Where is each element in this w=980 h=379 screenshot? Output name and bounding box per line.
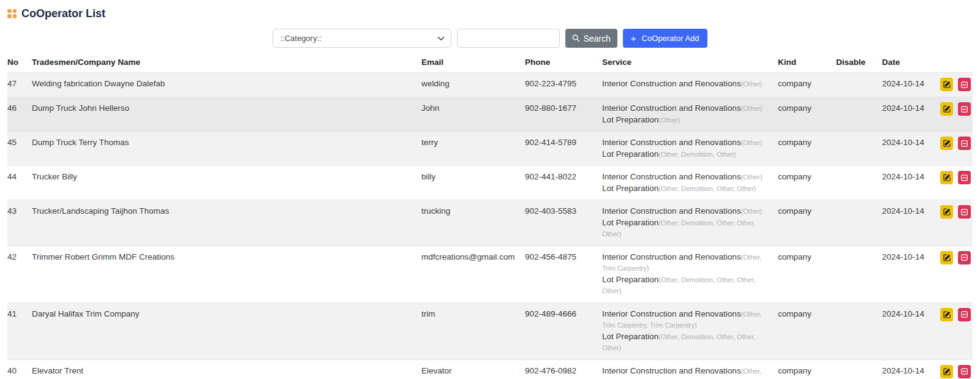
header-service: Service xyxy=(602,53,778,73)
delete-button[interactable] xyxy=(958,137,971,150)
table-row: 45 Dump Truck Terry Thomas terry 902-414… xyxy=(7,132,973,166)
edit-button[interactable] xyxy=(940,171,953,184)
edit-button[interactable] xyxy=(940,137,953,150)
date-value: 2024-10-14 xyxy=(882,97,940,132)
delete-button[interactable] xyxy=(958,251,971,265)
table-body: 47 Welding fabrication Dwayne Dalefab we… xyxy=(7,73,973,379)
chevron-down-icon xyxy=(437,34,445,45)
delete-button[interactable] xyxy=(958,78,971,91)
edit-button[interactable] xyxy=(940,365,953,378)
table-header: No Tradesmen/Company Name Email Phone Se… xyxy=(7,53,973,73)
kind-value: company xyxy=(778,132,836,166)
service-name: Lot Preparation xyxy=(602,218,658,227)
phone-value: 902-441-8022 xyxy=(525,166,602,200)
table-row: 41 Daryal Halifax Trim Company trim 902-… xyxy=(7,302,973,359)
pencil-square-icon xyxy=(943,139,951,148)
pencil-square-icon xyxy=(943,253,951,262)
search-input[interactable] xyxy=(457,29,560,48)
pencil-square-icon xyxy=(943,367,951,376)
service-name: Interior Construction and Renovations xyxy=(602,252,741,261)
edit-button[interactable] xyxy=(940,308,953,321)
edit-button[interactable] xyxy=(940,78,953,91)
service-name: Interior Construction and Renovations xyxy=(602,366,741,375)
actions-cell xyxy=(940,73,973,97)
table-row: 47 Welding fabrication Dwayne Dalefab we… xyxy=(7,73,973,97)
edit-button[interactable] xyxy=(940,251,953,265)
company-name: Elevator Trent xyxy=(32,359,421,379)
email-value: trucking xyxy=(421,200,525,246)
disable-value xyxy=(836,132,882,166)
search-button[interactable]: Search xyxy=(565,29,617,48)
cooperator-add-button[interactable]: + CoOperator Add xyxy=(623,29,707,48)
email-value: billy xyxy=(421,166,525,200)
row-no: 40 xyxy=(7,359,32,379)
delete-button[interactable] xyxy=(958,171,971,184)
delete-button[interactable] xyxy=(958,365,971,378)
service-detail: (Other) xyxy=(658,116,680,124)
service-detail: (Other, Demolition, Other, Other) xyxy=(658,185,756,192)
service-name: Interior Construction and Renovations xyxy=(602,79,741,88)
service-line: Lot Preparation(Other, Demolition, Other… xyxy=(602,183,773,195)
phone-value: 902-880-1677 xyxy=(525,97,602,132)
page-title: CoOperator List xyxy=(21,7,105,20)
table-row: 44 Trucker Billy billy 902-441-8022 Inte… xyxy=(7,166,973,200)
row-no: 45 xyxy=(7,132,32,166)
table-row: 40 Elevator Trent Elevator 902-476-0982 … xyxy=(7,359,973,379)
kind-value: company xyxy=(778,73,836,97)
header-date: Date xyxy=(882,53,940,73)
delete-button[interactable] xyxy=(958,102,971,116)
row-no: 47 xyxy=(7,73,32,97)
delete-button[interactable] xyxy=(958,205,971,219)
service-line: Interior Construction and Renovations(Ot… xyxy=(602,78,773,90)
delete-button[interactable] xyxy=(958,308,971,321)
service-line: Interior Construction and Renovations(Ot… xyxy=(602,171,773,183)
service-line: Lot Preparation(Other, Demolition, Other… xyxy=(602,331,773,354)
header-email: Email xyxy=(421,53,525,73)
grid-icon xyxy=(7,9,17,18)
service-detail: (Other, Demolition, Other) xyxy=(658,151,736,158)
actions-cell xyxy=(940,166,973,200)
minus-square-icon xyxy=(960,253,968,261)
edit-button[interactable] xyxy=(940,205,953,219)
add-button-label: CoOperator Add xyxy=(642,34,699,43)
row-no: 43 xyxy=(7,200,32,246)
email-value: welding xyxy=(421,73,525,97)
service-cell: Interior Construction and Renovations(Ot… xyxy=(602,359,778,379)
date-value: 2024-10-14 xyxy=(882,359,940,379)
email-value: mdfcreations@gmail.com xyxy=(421,246,525,302)
edit-button[interactable] xyxy=(940,102,953,116)
service-name: Interior Construction and Renovations xyxy=(602,138,741,147)
company-name: Daryal Halifax Trim Company xyxy=(32,302,421,359)
page-header: CoOperator List xyxy=(7,6,973,21)
minus-square-icon xyxy=(960,174,968,182)
service-detail: (Other) xyxy=(741,173,763,181)
service-name: Interior Construction and Renovations xyxy=(602,172,741,181)
date-value: 2024-10-14 xyxy=(882,200,940,246)
pencil-square-icon xyxy=(943,208,951,216)
service-line: Interior Construction and Renovations(Ot… xyxy=(602,252,773,274)
header-name: Tradesmen/Company Name xyxy=(32,53,421,73)
company-name: Trucker/Landscaping Taijhon Thomas xyxy=(32,200,421,246)
disable-value xyxy=(836,200,882,246)
header-phone: Phone xyxy=(525,53,602,73)
date-value: 2024-10-14 xyxy=(882,132,940,166)
page-container: CoOperator List ::Category:: Search + Co… xyxy=(0,0,980,379)
service-name: Interior Construction and Renovations xyxy=(602,309,741,318)
service-name: Lot Preparation xyxy=(602,149,658,159)
pencil-square-icon xyxy=(943,310,951,319)
category-select[interactable]: ::Category:: xyxy=(273,29,451,48)
row-no: 46 xyxy=(7,97,32,132)
row-no: 44 xyxy=(7,166,32,200)
service-detail: (Other) xyxy=(741,139,763,146)
disable-value xyxy=(836,302,882,359)
search-icon xyxy=(572,34,580,42)
pencil-square-icon xyxy=(943,173,951,182)
email-value: Elevator xyxy=(421,359,525,379)
service-cell: Interior Construction and Renovations(Ot… xyxy=(602,246,778,302)
phone-value: 902-489-4666 xyxy=(525,302,602,359)
actions-cell xyxy=(940,97,973,132)
email-value: trim xyxy=(421,302,525,359)
pencil-square-icon xyxy=(943,105,951,113)
table-row: 43 Trucker/Landscaping Taijhon Thomas tr… xyxy=(7,200,973,246)
minus-square-icon xyxy=(960,140,968,148)
